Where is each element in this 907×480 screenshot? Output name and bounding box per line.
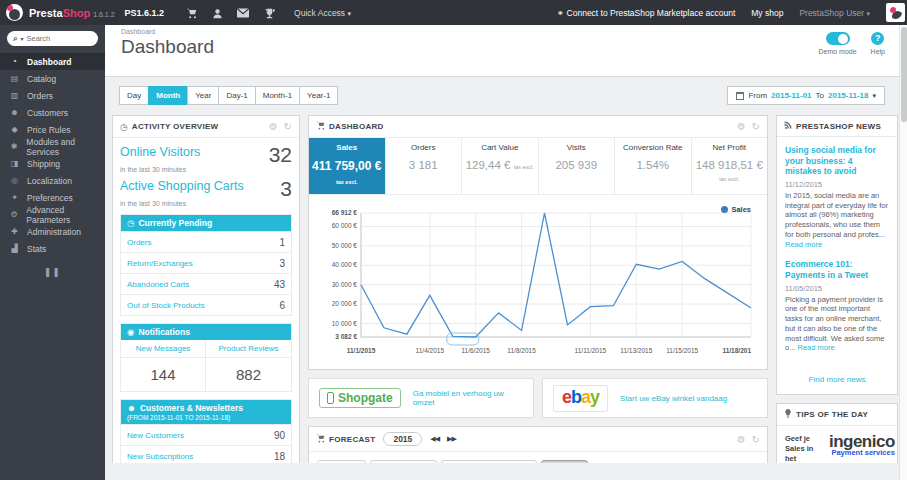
- read-more-link[interactable]: Read more: [785, 240, 822, 249]
- date-range-picker[interactable]: From2015-11-01 To2015-11-18 ▾: [727, 86, 885, 105]
- kpi-tabs: Sales411 759,00 € tax excl. Orders3 181 …: [309, 138, 767, 195]
- range-year-button[interactable]: Year: [187, 86, 218, 105]
- find-more-news-link[interactable]: Find more news: [777, 367, 897, 394]
- panel-refresh-icon[interactable]: ↻: [752, 121, 760, 132]
- administration-icon: ✚: [9, 227, 20, 236]
- news-article: Ecommerce 101: Payments in a Tweet 11/05…: [785, 259, 889, 353]
- currently-pending-section: ◷Currently Pending Orders1 Return/Exchan…: [120, 214, 292, 316]
- online-visitors-value: 32: [269, 145, 292, 165]
- sidebar-search[interactable]: ⌕ ▾: [7, 31, 98, 46]
- search-input[interactable]: [27, 34, 85, 43]
- online-visitors-sub: in the last 30 minutes: [120, 166, 292, 173]
- cart-icon[interactable]: [178, 4, 204, 22]
- sidebar-item-catalog[interactable]: ▤Catalog: [0, 70, 105, 87]
- forecast-year-badge: 2015: [383, 432, 422, 446]
- shopgate-promo-link[interactable]: Ga mobiel en verhoog uw omzet: [413, 389, 523, 407]
- range-day-button[interactable]: Day: [119, 86, 148, 105]
- pending-row-abandoned-carts: Abandoned Carts43: [121, 273, 291, 294]
- kpi-tab-visits[interactable]: Visits205 939: [539, 138, 616, 194]
- dashboard-panel-title: DASHBOARD: [329, 122, 384, 131]
- prestashop-panda-icon: [6, 4, 23, 21]
- tips-panel-title: TIPS OF THE DAY: [796, 410, 868, 419]
- ingenico-logo: ingenico Payment services: [829, 434, 895, 457]
- panel-settings-icon[interactable]: ⚙: [737, 434, 746, 445]
- pending-clock-icon: ◷: [127, 218, 134, 228]
- panel-refresh-icon[interactable]: ↻: [752, 434, 760, 445]
- chart-legend: Sales: [721, 205, 751, 214]
- sidebar-item-shipping[interactable]: ◨Shipping: [0, 155, 105, 172]
- sidebar-item-advanced-parameters[interactable]: ⚙Advanced Parameters: [0, 206, 105, 223]
- panel-refresh-icon[interactable]: ↻: [284, 121, 292, 132]
- my-shop-link[interactable]: My shop: [751, 8, 783, 18]
- kpi-tab-cart-value[interactable]: Cart Value129,44 € tax excl.: [462, 138, 539, 194]
- notifications-section: ◉Notifications New Messages144 Product R…: [120, 323, 292, 392]
- sidebar-item-preferences[interactable]: ✦Preferences: [0, 189, 105, 206]
- tips-headline: Geef je Sales in het buitenland een Boos…: [785, 434, 823, 463]
- news-panel-title: PRESTASHOP NEWS: [796, 122, 881, 131]
- prestashop-logo[interactable]: PrestaShop1.6.1.2: [0, 4, 125, 21]
- range-year-1-button[interactable]: Year-1: [299, 86, 338, 105]
- localization-icon: ◎: [9, 176, 20, 185]
- online-visitors-link[interactable]: Online Visitors: [120, 145, 200, 159]
- page-scrollbar[interactable]: [899, 25, 907, 480]
- panel-settings-icon[interactable]: ⚙: [269, 121, 278, 132]
- dashboard-panel: DASHBOARD ⚙↻ Sales411 759,00 € tax excl.…: [308, 115, 768, 370]
- customers-row-new-subscriptions: New Subscriptions18: [121, 445, 291, 463]
- kpi-tab-conversion-rate[interactable]: Conversion Rate1.54%: [615, 138, 692, 194]
- caret-down-icon: ▾: [872, 92, 876, 100]
- sidebar-item-dashboard[interactable]: ◔Dashboard: [0, 53, 105, 70]
- toggle-conversion[interactable]: Conversion: [370, 460, 437, 463]
- scrollbar-thumb[interactable]: [901, 27, 907, 122]
- sales-legend-dot: [721, 206, 728, 213]
- toggle-sales[interactable]: Sales: [541, 460, 588, 463]
- breadcrumb[interactable]: Dashboard: [121, 28, 883, 35]
- quick-access-menu[interactable]: Quick Access ▾: [294, 8, 351, 18]
- panel-settings-icon[interactable]: ⚙: [737, 121, 746, 132]
- sidebar-collapse-button[interactable]: ❚❚: [0, 267, 105, 277]
- catalog-icon: ▤: [9, 74, 20, 83]
- svg-text:66 912 €: 66 912 €: [332, 209, 358, 216]
- user-icon[interactable]: [204, 4, 230, 22]
- range-day-1-button[interactable]: Day-1: [218, 86, 254, 105]
- sidebar-item-customers[interactable]: ☻Customers: [0, 104, 105, 121]
- mail-icon[interactable]: [230, 4, 256, 22]
- toggle-average-cart-value[interactable]: Average Cart Value: [441, 460, 537, 463]
- forecast-next-button[interactable]: ▶▶: [447, 435, 456, 443]
- sidebar-item-stats[interactable]: ▟Stats: [0, 240, 105, 257]
- read-more-link[interactable]: Read more: [798, 343, 835, 352]
- help-icon[interactable]: ?: [871, 32, 884, 45]
- demo-mode-toggle[interactable]: [826, 32, 850, 45]
- kpi-tab-sales[interactable]: Sales411 759,00 € tax excl.: [309, 138, 386, 194]
- sidebar-item-localization[interactable]: ◎Localization: [0, 172, 105, 189]
- range-month-button[interactable]: Month: [148, 86, 187, 105]
- search-caret-icon[interactable]: ▾: [20, 35, 23, 42]
- kpi-tab-net-profit[interactable]: Net Profit148 918,51 € tax excl.: [692, 138, 768, 194]
- forecast-prev-button[interactable]: ◀◀: [430, 435, 439, 443]
- sidebar-item-administration[interactable]: ✚Administration: [0, 223, 105, 240]
- trophy-icon[interactable]: [256, 4, 282, 22]
- toggle-traffic[interactable]: Traffic: [317, 460, 366, 463]
- marketplace-link[interactable]: ⚭ Connect to PrestaShop Marketplace acco…: [557, 8, 735, 18]
- user-avatar[interactable]: [886, 3, 905, 22]
- phone-icon: [327, 392, 334, 404]
- range-month-1-button[interactable]: Month-1: [255, 86, 299, 105]
- customers-icon: ☻: [127, 403, 136, 413]
- svg-text:11/1/2015: 11/1/2015: [347, 347, 376, 354]
- sidebar-item-price-rules[interactable]: ◆Price Rules: [0, 121, 105, 138]
- kpi-tab-orders[interactable]: Orders3 181: [386, 138, 463, 194]
- svg-text:20 000 €: 20 000 €: [332, 300, 358, 307]
- range-button-group: Day Month Year Day-1 Month-1 Year-1: [119, 86, 338, 105]
- new-messages-cell: New Messages144: [121, 340, 206, 391]
- sales-chart: 11/1/201511/4/201511/6/201511/8/201511/1…: [315, 201, 759, 365]
- sidebar-item-orders[interactable]: ▥Orders: [0, 87, 105, 104]
- svg-text:30 000 €: 30 000 €: [332, 281, 358, 288]
- active-carts-link[interactable]: Active Shopping Carts: [120, 179, 244, 193]
- user-menu[interactable]: PrestaShop User ▾: [799, 8, 870, 18]
- ebay-promo-link[interactable]: Start uw eBay winkel vandaag: [620, 394, 727, 403]
- news-article: Using social media for your business: 4 …: [785, 145, 889, 249]
- sidebar-item-modules[interactable]: ✱Modules and Services: [0, 138, 105, 155]
- svg-text:10 000 €: 10 000 €: [332, 320, 358, 327]
- date-toolbar: Day Month Year Day-1 Month-1 Year-1 From…: [105, 77, 899, 105]
- active-carts-sub: in the last 30 minutes: [120, 200, 292, 207]
- customers-icon: ☻: [9, 108, 20, 117]
